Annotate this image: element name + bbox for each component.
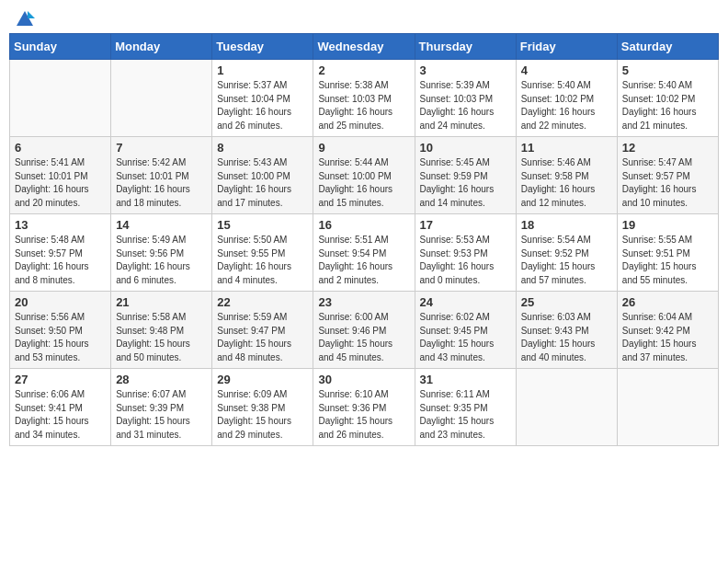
calendar-week-row: 6Sunrise: 5:41 AM Sunset: 10:01 PM Dayli… <box>10 137 719 214</box>
calendar-day-cell: 23Sunrise: 6:00 AM Sunset: 9:46 PM Dayli… <box>313 292 415 369</box>
calendar-day-cell: 3Sunrise: 5:39 AM Sunset: 10:03 PM Dayli… <box>415 60 516 137</box>
day-number: 6 <box>15 141 106 155</box>
day-info: Sunrise: 6:09 AM Sunset: 9:38 PM Dayligh… <box>217 388 308 442</box>
day-number: 26 <box>622 295 713 309</box>
day-number: 14 <box>116 218 207 232</box>
day-info: Sunrise: 5:58 AM Sunset: 9:48 PM Dayligh… <box>116 311 207 364</box>
day-info: Sunrise: 5:48 AM Sunset: 9:57 PM Dayligh… <box>15 234 106 287</box>
calendar-day-cell: 31Sunrise: 6:11 AM Sunset: 9:35 PM Dayli… <box>415 369 516 446</box>
day-number: 21 <box>116 295 207 309</box>
calendar-day-cell: 21Sunrise: 5:58 AM Sunset: 9:48 PM Dayli… <box>111 292 212 369</box>
day-info: Sunrise: 5:51 AM Sunset: 9:54 PM Dayligh… <box>318 234 409 287</box>
day-info: Sunrise: 5:37 AM Sunset: 10:04 PM Daylig… <box>217 79 308 132</box>
calendar-day-cell: 29Sunrise: 6:09 AM Sunset: 9:38 PM Dayli… <box>212 369 313 446</box>
calendar-table: SundayMondayTuesdayWednesdayThursdayFrid… <box>9 33 719 446</box>
day-info: Sunrise: 5:40 AM Sunset: 10:02 PM Daylig… <box>521 79 612 132</box>
day-number: 22 <box>217 295 308 309</box>
day-info: Sunrise: 5:56 AM Sunset: 9:50 PM Dayligh… <box>15 311 106 364</box>
calendar-day-cell <box>617 369 718 446</box>
day-number: 1 <box>217 63 308 77</box>
calendar-day-cell: 20Sunrise: 5:56 AM Sunset: 9:50 PM Dayli… <box>10 292 111 369</box>
day-info: Sunrise: 5:41 AM Sunset: 10:01 PM Daylig… <box>15 156 106 210</box>
day-number: 9 <box>318 141 409 155</box>
weekday-header: Tuesday <box>212 34 313 60</box>
calendar-header-row: SundayMondayTuesdayWednesdayThursdayFrid… <box>10 34 719 60</box>
day-number: 12 <box>622 141 713 155</box>
day-number: 11 <box>521 141 612 155</box>
day-number: 18 <box>521 218 612 232</box>
calendar-day-cell: 1Sunrise: 5:37 AM Sunset: 10:04 PM Dayli… <box>212 60 313 137</box>
day-info: Sunrise: 5:49 AM Sunset: 9:56 PM Dayligh… <box>116 234 207 287</box>
calendar-day-cell: 5Sunrise: 5:40 AM Sunset: 10:02 PM Dayli… <box>617 60 718 137</box>
calendar-day-cell: 25Sunrise: 6:03 AM Sunset: 9:43 PM Dayli… <box>516 292 617 369</box>
day-number: 2 <box>318 63 409 77</box>
calendar-day-cell: 17Sunrise: 5:53 AM Sunset: 9:53 PM Dayli… <box>415 214 516 292</box>
day-number: 31 <box>420 373 511 386</box>
day-info: Sunrise: 5:42 AM Sunset: 10:01 PM Daylig… <box>116 156 207 210</box>
calendar-day-cell: 14Sunrise: 5:49 AM Sunset: 9:56 PM Dayli… <box>111 214 212 292</box>
day-info: Sunrise: 5:55 AM Sunset: 9:51 PM Dayligh… <box>622 234 713 287</box>
day-info: Sunrise: 5:50 AM Sunset: 9:55 PM Dayligh… <box>217 234 308 287</box>
day-info: Sunrise: 6:03 AM Sunset: 9:43 PM Dayligh… <box>521 311 612 364</box>
calendar-day-cell: 8Sunrise: 5:43 AM Sunset: 10:00 PM Dayli… <box>212 137 313 214</box>
day-info: Sunrise: 5:38 AM Sunset: 10:03 PM Daylig… <box>318 79 409 132</box>
calendar-day-cell <box>111 60 212 137</box>
day-number: 28 <box>116 373 207 386</box>
day-info: Sunrise: 6:07 AM Sunset: 9:39 PM Dayligh… <box>116 388 207 442</box>
weekday-header: Sunday <box>10 34 111 60</box>
day-info: Sunrise: 5:59 AM Sunset: 9:47 PM Dayligh… <box>217 311 308 364</box>
calendar-day-cell: 12Sunrise: 5:47 AM Sunset: 9:57 PM Dayli… <box>617 137 718 214</box>
calendar-day-cell: 2Sunrise: 5:38 AM Sunset: 10:03 PM Dayli… <box>313 60 415 137</box>
day-number: 24 <box>420 295 511 309</box>
day-number: 30 <box>318 373 409 386</box>
calendar-day-cell: 7Sunrise: 5:42 AM Sunset: 10:01 PM Dayli… <box>111 137 212 214</box>
day-info: Sunrise: 6:00 AM Sunset: 9:46 PM Dayligh… <box>318 311 409 364</box>
calendar-day-cell: 27Sunrise: 6:06 AM Sunset: 9:41 PM Dayli… <box>10 369 111 446</box>
day-number: 5 <box>622 63 713 77</box>
calendar-day-cell: 9Sunrise: 5:44 AM Sunset: 10:00 PM Dayli… <box>313 137 415 214</box>
day-number: 27 <box>15 373 106 386</box>
day-info: Sunrise: 5:44 AM Sunset: 10:00 PM Daylig… <box>318 156 409 210</box>
weekday-header: Monday <box>111 34 212 60</box>
calendar-day-cell: 18Sunrise: 5:54 AM Sunset: 9:52 PM Dayli… <box>516 214 617 292</box>
weekday-header: Thursday <box>415 34 516 60</box>
day-number: 20 <box>15 295 106 309</box>
svg-marker-1 <box>28 11 35 18</box>
day-info: Sunrise: 5:43 AM Sunset: 10:00 PM Daylig… <box>217 156 308 210</box>
day-info: Sunrise: 5:40 AM Sunset: 10:02 PM Daylig… <box>622 79 713 132</box>
calendar-day-cell: 26Sunrise: 6:04 AM Sunset: 9:42 PM Dayli… <box>617 292 718 369</box>
calendar-day-cell: 24Sunrise: 6:02 AM Sunset: 9:45 PM Dayli… <box>415 292 516 369</box>
day-number: 15 <box>217 218 308 232</box>
calendar-day-cell <box>10 60 111 137</box>
day-info: Sunrise: 5:47 AM Sunset: 9:57 PM Dayligh… <box>622 156 713 210</box>
calendar-day-cell: 11Sunrise: 5:46 AM Sunset: 9:58 PM Dayli… <box>516 137 617 214</box>
day-info: Sunrise: 5:46 AM Sunset: 9:58 PM Dayligh… <box>521 156 612 210</box>
day-info: Sunrise: 6:06 AM Sunset: 9:41 PM Dayligh… <box>15 388 106 442</box>
calendar-day-cell: 22Sunrise: 5:59 AM Sunset: 9:47 PM Dayli… <box>212 292 313 369</box>
calendar-day-cell: 16Sunrise: 5:51 AM Sunset: 9:54 PM Dayli… <box>313 214 415 292</box>
calendar-week-row: 20Sunrise: 5:56 AM Sunset: 9:50 PM Dayli… <box>10 292 719 369</box>
calendar-week-row: 27Sunrise: 6:06 AM Sunset: 9:41 PM Dayli… <box>10 369 719 446</box>
day-number: 17 <box>420 218 511 232</box>
logo <box>13 9 35 26</box>
weekday-header: Wednesday <box>313 34 415 60</box>
day-number: 23 <box>318 295 409 309</box>
day-info: Sunrise: 5:45 AM Sunset: 9:59 PM Dayligh… <box>420 156 511 210</box>
page-header <box>9 9 719 26</box>
weekday-header: Saturday <box>617 34 718 60</box>
calendar-day-cell: 4Sunrise: 5:40 AM Sunset: 10:02 PM Dayli… <box>516 60 617 137</box>
calendar-day-cell: 19Sunrise: 5:55 AM Sunset: 9:51 PM Dayli… <box>617 214 718 292</box>
day-info: Sunrise: 6:02 AM Sunset: 9:45 PM Dayligh… <box>420 311 511 364</box>
calendar-day-cell: 30Sunrise: 6:10 AM Sunset: 9:36 PM Dayli… <box>313 369 415 446</box>
day-info: Sunrise: 6:10 AM Sunset: 9:36 PM Dayligh… <box>318 388 409 442</box>
calendar-day-cell <box>516 369 617 446</box>
calendar-day-cell: 13Sunrise: 5:48 AM Sunset: 9:57 PM Dayli… <box>10 214 111 292</box>
day-number: 7 <box>116 141 207 155</box>
day-number: 25 <box>521 295 612 309</box>
day-info: Sunrise: 5:54 AM Sunset: 9:52 PM Dayligh… <box>521 234 612 287</box>
calendar-day-cell: 15Sunrise: 5:50 AM Sunset: 9:55 PM Dayli… <box>212 214 313 292</box>
weekday-header: Friday <box>516 34 617 60</box>
day-number: 3 <box>420 63 511 77</box>
calendar-week-row: 1Sunrise: 5:37 AM Sunset: 10:04 PM Dayli… <box>10 60 719 137</box>
logo-icon <box>15 9 35 29</box>
